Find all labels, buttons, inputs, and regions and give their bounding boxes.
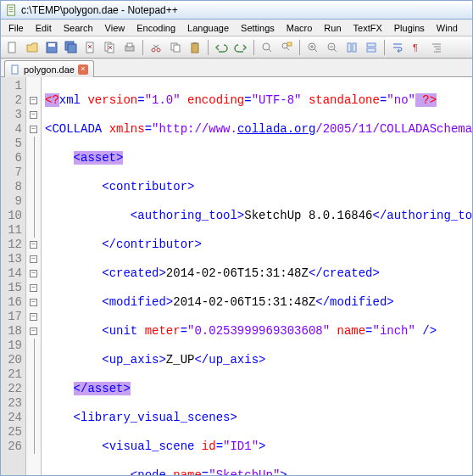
code-area[interactable]: <?xml version="1.0" encoding="UTF-8" sta… [42,77,472,476]
menu-search[interactable]: Search [58,21,99,35]
tab-close-icon[interactable]: × [78,64,88,75]
window-title: c:\TEMP\polygon.dae - Notepad++ [21,4,178,16]
fold-toggle-icon[interactable]: − [30,255,37,263]
fold-toggle-icon[interactable]: − [30,97,37,104]
svg-rect-19 [287,42,292,46]
toolbar: ¶ [1,36,472,59]
menu-run[interactable]: Run [318,21,347,35]
tab-bar: polygon.dae × [1,59,472,77]
svg-rect-15 [192,43,198,53]
file-icon [10,64,20,75]
close-icon[interactable] [82,39,99,56]
menu-language[interactable]: Language [181,21,235,35]
menu-file[interactable]: File [3,21,30,35]
svg-rect-3 [48,43,55,47]
tab-label: polygon.dae [24,64,75,75]
menu-edit[interactable]: Edit [30,21,58,35]
title-bar: c:\TEMP\polygon.dae - Notepad++ [1,1,472,20]
menu-bar: File Edit Search View Encoding Language … [1,20,472,36]
fold-gutter: − − − − − − − − − − [26,77,42,476]
close-all-icon[interactable] [102,39,119,56]
menu-textfx[interactable]: TextFX [348,21,388,35]
show-all-chars-icon[interactable]: ¶ [409,39,426,56]
new-file-icon[interactable] [4,39,21,56]
svg-point-17 [263,43,270,50]
cut-icon[interactable] [147,39,164,56]
zoom-in-icon[interactable] [304,39,321,56]
toolbar-separator [208,40,209,55]
menu-window[interactable]: Wind [431,21,464,35]
app-icon [6,4,18,16]
toolbar-separator [384,40,385,55]
menu-encoding[interactable]: Encoding [131,21,181,35]
fold-toggle-icon[interactable]: − [30,126,37,133]
svg-point-12 [157,48,160,52]
svg-rect-14 [174,45,180,52]
editor[interactable]: 1234567891011121314151617181920212223242… [1,77,472,476]
redo-icon[interactable] [232,39,249,56]
toolbar-separator [299,40,300,55]
fold-toggle-icon[interactable]: − [30,284,37,292]
svg-rect-5 [68,44,76,53]
replace-icon[interactable] [278,39,295,56]
menu-settings[interactable]: Settings [235,21,281,35]
svg-rect-22 [348,43,351,52]
svg-rect-1 [8,42,15,53]
indent-guide-icon[interactable] [428,39,445,56]
wordwrap-icon[interactable] [389,39,406,56]
toolbar-separator [253,40,254,55]
open-file-icon[interactable] [24,39,41,56]
menu-macro[interactable]: Macro [281,21,319,35]
menu-view[interactable]: View [99,21,131,35]
menu-plugins[interactable]: Plugins [388,21,431,35]
svg-rect-23 [353,43,356,52]
find-icon[interactable] [259,39,275,56]
copy-icon[interactable] [167,39,184,56]
paste-icon[interactable] [186,39,203,56]
svg-rect-6 [86,42,93,53]
print-icon[interactable] [121,39,138,56]
fold-toggle-icon[interactable]: − [30,241,37,249]
save-icon[interactable] [43,39,60,56]
fold-toggle-icon[interactable]: − [30,328,37,335]
fold-toggle-icon[interactable]: − [30,270,37,277]
tab-polygon-dae[interactable]: polygon.dae × [4,60,94,77]
save-all-icon[interactable] [63,39,80,56]
svg-text:¶: ¶ [413,42,418,53]
sync-h-icon[interactable] [363,39,380,56]
svg-rect-16 [193,42,197,44]
sync-v-icon[interactable] [343,39,360,56]
fold-toggle-icon[interactable]: − [30,313,37,321]
svg-rect-25 [367,48,376,52]
svg-rect-10 [127,43,132,47]
svg-point-11 [152,48,155,52]
undo-icon[interactable] [213,39,230,56]
zoom-out-icon[interactable] [324,39,341,56]
svg-rect-0 [8,4,15,14]
toolbar-separator [142,40,143,55]
svg-rect-27 [12,65,18,74]
line-number-gutter: 1234567891011121314151617181920212223242… [1,77,26,476]
fold-toggle-icon[interactable]: − [30,299,37,306]
fold-toggle-icon[interactable]: − [30,111,37,119]
svg-rect-24 [367,43,376,47]
